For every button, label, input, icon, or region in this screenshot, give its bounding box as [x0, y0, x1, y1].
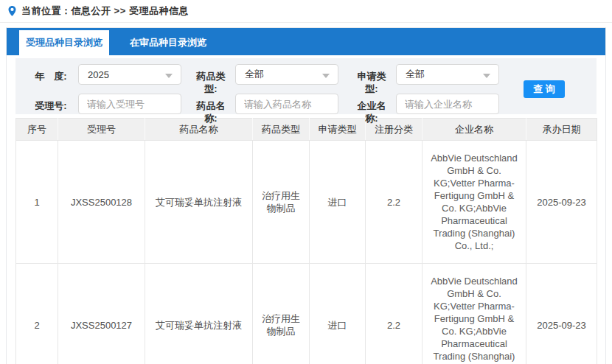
filter-area: 年 度: 2025 药品类型: 全部 申请类型: 全部	[15, 58, 597, 114]
filter-row-1: 年 度: 2025 药品类型: 全部 申请类型: 全部	[15, 64, 597, 85]
tab-bar: 受理品种目录浏览 在审品种目录浏览	[7, 28, 605, 55]
header-drug-type: 药品类型	[253, 119, 310, 141]
cell-date: 2025-09-23	[526, 141, 597, 264]
cell-reg-class: 2.2	[366, 141, 423, 264]
acceptance-no-input[interactable]	[78, 94, 181, 114]
breadcrumb: 当前位置：信息公开 >> 受理品种信息	[0, 0, 612, 23]
header-date: 承办日期	[526, 119, 597, 141]
year-select[interactable]: 2025	[78, 64, 181, 85]
apply-type-select[interactable]: 全部	[396, 64, 499, 85]
drug-type-label: 药品类型:	[192, 70, 229, 95]
cell-apply-type: 进口	[310, 264, 366, 364]
cell-seq: 2	[16, 264, 58, 364]
filter-acceptance-no: 受理号:	[32, 94, 181, 114]
filter-company-name: 企业名称:	[353, 94, 499, 114]
results-table: 序号 受理号 药品名称 药品类型 申请类型 注册分类 企业名称 承办日期 1 J…	[15, 118, 597, 364]
cell-seq: 1	[16, 141, 58, 264]
drug-type-select[interactable]: 全部	[235, 64, 338, 85]
filter-row-2: 受理号: 药品名称: 企业名称:	[15, 94, 597, 114]
header-acceptance-no: 受理号	[58, 119, 145, 141]
cell-reg-class: 2.2	[366, 264, 423, 364]
cell-acceptance-no: JXSS2500128	[58, 141, 145, 264]
table-header-row: 序号 受理号 药品名称 药品类型 申请类型 注册分类 企业名称 承办日期	[16, 119, 597, 141]
year-label: 年 度:	[32, 70, 69, 83]
cell-company: AbbVie Deutschland GmbH & Co. KG;Vetter …	[423, 264, 526, 364]
apply-type-label: 申请类型:	[353, 70, 390, 95]
cell-drug-type: 治疗用生物制品	[253, 264, 310, 364]
filter-drug-name: 药品名称:	[192, 94, 338, 114]
acceptance-no-label: 受理号:	[32, 99, 69, 112]
filter-year: 年 度: 2025	[32, 64, 181, 85]
company-name-input[interactable]	[396, 94, 499, 114]
cell-apply-type: 进口	[310, 141, 366, 264]
drug-type-select-value: 全部	[245, 68, 264, 81]
cell-drug-name: 艾可瑞妥单抗注射液	[145, 264, 253, 364]
cell-drug-name: 艾可瑞妥单抗注射液	[145, 141, 253, 264]
tab-under-review-catalog[interactable]: 在审品种目录浏览	[109, 30, 227, 55]
filter-drug-type: 药品类型: 全部	[192, 64, 338, 85]
header-seq: 序号	[16, 119, 58, 141]
cell-drug-type: 治疗用生物制品	[253, 141, 310, 264]
drug-name-label: 药品名称:	[192, 99, 229, 125]
header-company: 企业名称	[423, 119, 526, 141]
filter-apply-type: 申请类型: 全部	[353, 64, 499, 85]
company-name-label: 企业名称:	[353, 99, 390, 125]
main-panel: 受理品种目录浏览 在审品种目录浏览 年 度: 2025 药品类型: 全部 申请类…	[6, 27, 606, 364]
cell-company: AbbVie Deutschland GmbH & Co. KG;Vetter …	[423, 141, 526, 264]
search-button[interactable]: 查 询	[524, 80, 565, 98]
drug-name-input[interactable]	[235, 94, 338, 114]
table-row: 2 JXSS2500127 艾可瑞妥单抗注射液 治疗用生物制品 进口 2.2 A…	[16, 264, 597, 364]
chevron-down-icon	[165, 74, 173, 78]
apply-type-select-value: 全部	[406, 68, 425, 81]
year-select-value: 2025	[88, 69, 109, 80]
location-pin-icon	[7, 5, 17, 17]
chevron-down-icon	[483, 74, 490, 78]
cell-acceptance-no: JXSS2500127	[58, 264, 145, 364]
tab-accepted-catalog[interactable]: 受理品种目录浏览	[19, 30, 109, 55]
chevron-down-icon	[322, 74, 330, 78]
cell-date: 2025-09-23	[526, 264, 597, 364]
table-row: 1 JXSS2500128 艾可瑞妥单抗注射液 治疗用生物制品 进口 2.2 A…	[16, 141, 597, 264]
breadcrumb-text: 当前位置：信息公开 >> 受理品种信息	[21, 4, 189, 18]
